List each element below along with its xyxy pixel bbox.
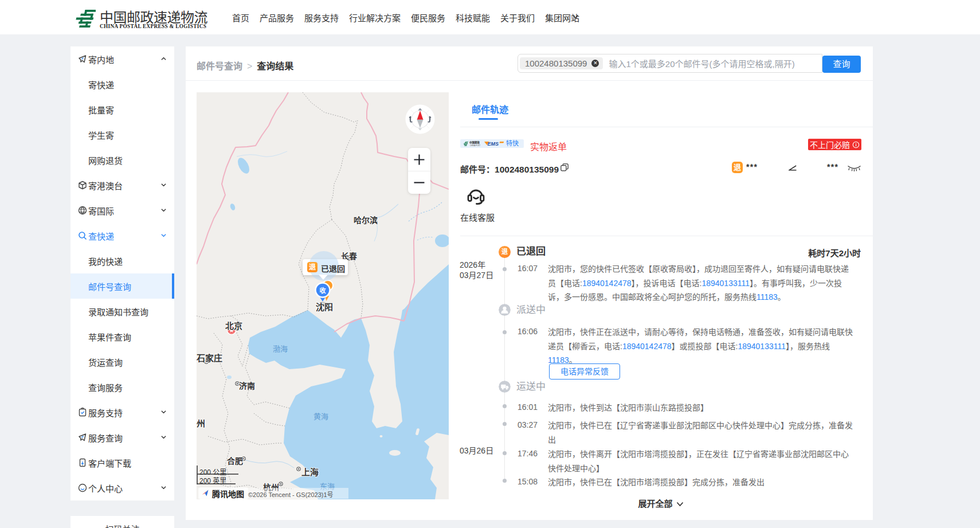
svg-text:EMS: EMS <box>488 141 499 147</box>
svg-text:中国邮政: 中国邮政 <box>469 140 480 144</box>
svg-text:收: 收 <box>320 287 326 294</box>
svg-text:CHINA POST: CHINA POST <box>470 144 480 147</box>
